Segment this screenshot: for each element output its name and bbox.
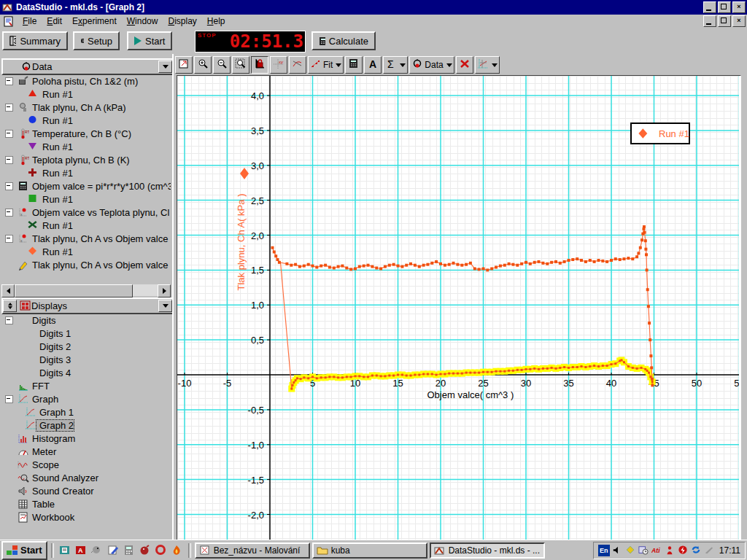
data-menu-button[interactable]: Data xyxy=(409,56,454,74)
run-item[interactable]: Run #1 xyxy=(1,114,171,127)
dropdown-caret-icon[interactable] xyxy=(446,63,452,67)
data-source-item[interactable]: Tlak plynu, Ch A (kPa) xyxy=(1,101,171,114)
zoom-out-button[interactable] xyxy=(213,56,231,74)
statistics-button[interactable]: Σ xyxy=(383,56,408,74)
display-item-meter[interactable]: Meter xyxy=(1,445,171,458)
display-item-graph-1[interactable]: Graph 1 xyxy=(1,405,171,419)
run-item[interactable]: Run #1 xyxy=(1,140,171,153)
data-tree-scrollbar[interactable] xyxy=(1,284,171,296)
run-item[interactable]: Run #1 xyxy=(1,192,171,206)
scroll-left-icon[interactable] xyxy=(1,284,15,298)
menu-help[interactable]: Help xyxy=(202,15,231,27)
child-close-icon[interactable]: × xyxy=(732,15,746,27)
run-item[interactable]: Run #1 xyxy=(1,166,171,179)
collapse-icon[interactable] xyxy=(5,209,13,217)
display-item-graph-2[interactable]: Graph 2 xyxy=(1,419,171,432)
display-item-sound-analyzer[interactable]: Sound Analyzer xyxy=(1,471,171,484)
menu-file[interactable]: File xyxy=(18,15,42,27)
collapse-icon[interactable] xyxy=(5,395,13,403)
dropdown-caret-icon[interactable] xyxy=(400,63,406,67)
display-item-digits-2[interactable]: 3.14Digits 2 xyxy=(1,340,171,353)
menu-display[interactable]: Display xyxy=(163,15,201,27)
collapse-icon[interactable] xyxy=(5,130,13,138)
plot-area[interactable]: -10-55101520253035404550554,03,53,02,52,… xyxy=(177,75,741,542)
displays-dropdown-icon[interactable] xyxy=(158,300,172,312)
ati-icon[interactable]: Ati xyxy=(651,545,662,556)
speaker-icon[interactable] xyxy=(611,545,623,556)
display-item-sound-creator[interactable]: Sound Creator xyxy=(1,484,171,497)
dropdown-caret-icon[interactable] xyxy=(492,63,498,67)
display-item-table[interactable]: Table xyxy=(1,497,171,510)
data-source-item[interactable]: xObjem valce vs Teplota plynu, Cl xyxy=(1,206,171,219)
calculate-button[interactable]: Calculate xyxy=(311,31,376,50)
collapse-icon[interactable] xyxy=(5,182,13,190)
data-source-item[interactable]: RTDTemperature, Ch B (°C) xyxy=(1,127,171,140)
taskbar-start-button[interactable]: Start xyxy=(1,541,47,560)
dropdown-caret-icon[interactable] xyxy=(336,63,341,67)
pen-document-icon[interactable] xyxy=(106,543,120,558)
collapse-icon[interactable] xyxy=(5,316,13,324)
start-button[interactable]: Start xyxy=(127,31,172,50)
collapse-icon[interactable] xyxy=(5,156,13,164)
minimize-icon[interactable] xyxy=(703,1,716,13)
acrobat-icon[interactable]: A xyxy=(74,543,88,558)
y-axis-title[interactable]: Tlak plynu, Ch A( kPa ) xyxy=(236,168,249,290)
scale-to-fit-button[interactable] xyxy=(175,56,193,74)
smart-tool-button[interactable] xyxy=(251,56,268,74)
graph-settings-button[interactable] xyxy=(475,56,500,74)
collapse-icon[interactable] xyxy=(5,104,13,112)
data-source-item[interactable]: Poloha pistu, Ch 1&2 (m) xyxy=(1,74,171,88)
close-icon[interactable]: × xyxy=(732,1,746,13)
task-datastudio-mkl-ds-[interactable]: DataStudio - mkl.ds - ... xyxy=(430,542,545,559)
run-item[interactable]: Run #1 xyxy=(1,88,171,101)
menu-experiment[interactable]: Experiment xyxy=(67,15,122,27)
red-agent-icon[interactable] xyxy=(664,545,676,556)
calculator-app-icon[interactable] xyxy=(122,543,136,558)
data-source-item[interactable]: Tlak plynu, Ch A vs Objem valce xyxy=(1,258,171,271)
scroll-right-icon[interactable] xyxy=(158,284,171,298)
editor-icon[interactable] xyxy=(58,543,72,558)
document-icon[interactable] xyxy=(3,16,15,27)
refresh-arrows-icon[interactable] xyxy=(690,545,702,556)
xy-tool-button[interactable]: xy xyxy=(270,56,287,74)
display-item-fft[interactable]: FFT xyxy=(1,379,171,392)
flame-icon[interactable] xyxy=(170,543,185,558)
zoom-in-button[interactable] xyxy=(194,56,212,74)
dragon-icon[interactable] xyxy=(138,543,152,558)
delete-button[interactable] xyxy=(456,56,473,74)
pen-gray-icon[interactable] xyxy=(703,545,715,556)
zoom-select-button[interactable] xyxy=(232,56,249,74)
task-kuba[interactable]: kuba xyxy=(312,542,427,559)
task-bez-n-zvu-malov-n-[interactable]: Bez_názvu - Malování xyxy=(195,542,310,559)
display-item-digits-1[interactable]: 3.14Digits 1 xyxy=(1,327,171,340)
scheduler-icon[interactable] xyxy=(638,545,649,556)
display-item-digits-4[interactable]: 3.14Digits 4 xyxy=(1,366,171,379)
display-item-workbook[interactable]: Workbook xyxy=(1,510,171,524)
menu-window[interactable]: Window xyxy=(122,15,163,27)
text-tool-button[interactable]: A xyxy=(364,56,382,74)
calculate-button[interactable] xyxy=(345,56,363,74)
power-bolt-icon[interactable] xyxy=(677,545,689,556)
summary-button[interactable]: Summary xyxy=(2,31,68,50)
data-source-item[interactable]: xTlak plynu, Ch A vs Objem valce xyxy=(1,232,171,245)
bird-icon[interactable] xyxy=(90,543,104,558)
restore-icon[interactable] xyxy=(718,1,731,13)
data-source-item[interactable]: RTDTeplota plynu, Ch B (K) xyxy=(1,153,171,166)
display-item-graph[interactable]: Graph xyxy=(1,392,171,405)
child-minimize-icon[interactable] xyxy=(703,15,716,27)
display-item-digits[interactable]: 3.14Digits xyxy=(1,314,171,327)
menu-edit[interactable]: Edit xyxy=(42,15,67,27)
setup-button[interactable]: Setup xyxy=(73,31,120,50)
legend[interactable]: Run #1 xyxy=(631,123,689,144)
data-source-item[interactable]: Objem valce = pi*r*r*y*100 (cm^3 xyxy=(1,179,171,192)
display-item-scope[interactable]: Scope xyxy=(1,458,171,471)
diamond-yellow-icon[interactable] xyxy=(624,545,636,556)
run-item[interactable]: Run #1 xyxy=(1,245,171,258)
displays-panel-header[interactable]: Displays xyxy=(1,298,174,314)
display-item-histogram[interactable]: Histogram xyxy=(1,432,171,445)
fit-menu-button[interactable]: Fit xyxy=(308,56,344,74)
collapse-icon[interactable] xyxy=(5,77,13,85)
data-panel-header[interactable]: Data xyxy=(1,58,174,75)
display-item-digits-3[interactable]: 3.14Digits 3 xyxy=(1,353,171,366)
collapse-icon[interactable] xyxy=(5,235,13,243)
